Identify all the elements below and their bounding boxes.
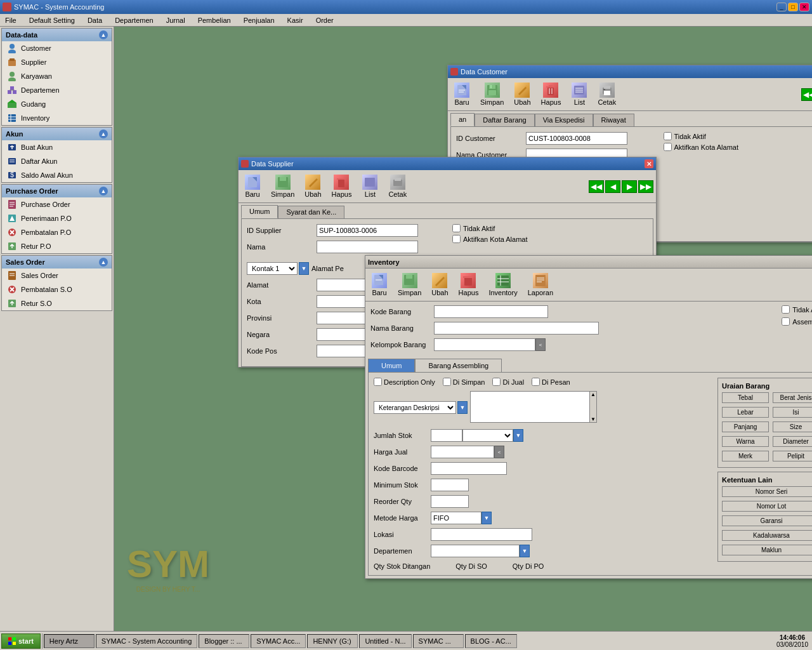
customer-cetak-btn[interactable]: Cetak — [594, 81, 619, 108]
inv-jumlah-stok-input[interactable] — [431, 429, 462, 442]
customer-baru-btn[interactable]: Baru — [450, 81, 473, 108]
supplier-kode-pos-input[interactable] — [317, 345, 367, 357]
start-button[interactable]: start — [1, 633, 41, 649]
inv-keterangan-select[interactable]: Keterangan Deskripsi — [374, 401, 456, 414]
taskbar-item-symac[interactable]: SYMAC - System Accounting — [96, 634, 197, 648]
sidebar-item-daftar-akun[interactable]: Daftar Akun — [2, 154, 112, 168]
inv-lebar-btn[interactable]: Lebar — [722, 407, 769, 418]
sidebar-item-pembatalan-so[interactable]: Pembatalan S.O — [2, 282, 112, 296]
inv-ubah-btn[interactable]: Ubah — [428, 271, 451, 298]
sidebar-header-so[interactable]: Sales Order ▲ — [2, 256, 112, 269]
sidebar-item-karyawan[interactable]: Karyawan — [2, 69, 112, 83]
sidebar-item-penerimaan[interactable]: Penerimaan P.O — [2, 211, 112, 225]
inv-keterangan-textarea[interactable] — [470, 391, 597, 423]
taskbar-item-henny[interactable]: HENNY (G:) — [307, 634, 358, 648]
sidebar-item-pembatalan-po[interactable]: Pembatalan P.O — [2, 225, 112, 239]
inv-dept-arrow[interactable]: ▼ — [520, 545, 530, 557]
supplier-baru-btn[interactable]: Baru — [241, 173, 264, 200]
supplier-cetak-btn[interactable]: Cetak — [385, 173, 410, 200]
inv-isi-btn[interactable]: Isi — [773, 407, 813, 418]
menu-kasir[interactable]: Kasir — [285, 15, 306, 25]
inv-di-simpan-check[interactable] — [443, 378, 451, 386]
inv-tidak-aktif-check[interactable] — [782, 305, 790, 314]
customer-tab-0[interactable]: an — [450, 113, 475, 126]
customer-list-btn[interactable]: List — [568, 81, 591, 108]
sidebar-header-akun[interactable]: Akun ▲ — [2, 128, 112, 140]
sidebar-item-retur-so[interactable]: Retur S.O — [2, 296, 112, 310]
inv-tebal-btn[interactable]: Tebal — [722, 392, 769, 403]
inv-simpan-btn[interactable]: Simpan — [395, 271, 424, 298]
inv-reorder-input[interactable] — [431, 495, 469, 508]
inv-metode-input[interactable] — [431, 512, 481, 524]
keterangan-scroll-up[interactable]: ▲ — [591, 392, 596, 397]
taskbar-item-blogger[interactable]: Blogger :: ... — [199, 634, 249, 648]
customer-nav-first[interactable]: ◀◀ — [801, 88, 812, 101]
sidebar-item-departemen[interactable]: Departemen — [2, 83, 112, 97]
menu-departemen[interactable]: Departemen — [112, 15, 156, 25]
inv-baru-btn[interactable]: Baru — [368, 271, 391, 298]
inv-min-stok-input[interactable] — [431, 479, 469, 491]
customer-simpan-btn[interactable]: Simpan — [477, 81, 507, 108]
inv-description-only-check[interactable] — [374, 378, 382, 386]
supplier-nav-prev[interactable]: ◀ — [605, 180, 620, 193]
inv-tab-umum[interactable]: Umum — [368, 359, 415, 372]
customer-tab-riwayat[interactable]: Riwayat — [593, 114, 634, 126]
inv-nomor-seri-btn[interactable]: Nomor Seri — [722, 486, 812, 497]
inv-pelipit-btn[interactable]: Pelipit — [773, 451, 813, 461]
inv-kadaluwarsa-btn[interactable]: Kadaluwarsa — [722, 530, 812, 541]
supplier-hapus-btn[interactable]: Hapus — [329, 173, 355, 200]
customer-ubah-btn[interactable]: Ubah — [511, 81, 534, 108]
inv-harga-jual-input[interactable] — [431, 446, 494, 458]
supplier-tab-umum[interactable]: Umum — [241, 205, 278, 218]
sidebar-item-retur-po[interactable]: Retur P.O — [2, 239, 112, 253]
inv-garansi-btn[interactable]: Garansi — [722, 515, 812, 526]
customer-tidak-aktif-check[interactable] — [664, 132, 672, 140]
supplier-nav-next[interactable]: ▶ — [622, 180, 637, 193]
supplier-ubah-btn[interactable]: Ubah — [301, 173, 324, 200]
sidebar-item-inventory[interactable]: Inventory — [2, 111, 112, 125]
inv-tab-assembling[interactable]: Barang Assembling — [415, 359, 502, 372]
minimize-btn[interactable]: _ — [776, 3, 787, 11]
inv-hapus-btn[interactable]: Hapus — [455, 271, 482, 298]
taskbar-item-hery[interactable]: Hery Artz — [44, 634, 95, 648]
sidebar-item-buat-akun[interactable]: Buat Akun — [2, 140, 112, 154]
menu-penjualan[interactable]: Penjualan — [241, 15, 277, 25]
supplier-nav-first[interactable]: ◀◀ — [589, 180, 604, 193]
inv-stok-unit-arrow[interactable]: ▼ — [513, 429, 523, 442]
inv-di-jual-check[interactable] — [492, 378, 501, 386]
supplier-kontak-select[interactable]: Kontak 1 — [247, 262, 298, 275]
close-btn[interactable]: ✕ — [799, 3, 809, 11]
inv-metode-arrow[interactable]: ▼ — [481, 512, 492, 524]
inv-assembling-check[interactable] — [782, 317, 790, 326]
kontak-arrow[interactable]: ▼ — [299, 262, 309, 275]
menu-jurnal[interactable]: Jurnal — [164, 15, 188, 25]
supplier-close-btn[interactable]: ✕ — [645, 159, 653, 168]
inv-di-pesan-check[interactable] — [532, 378, 540, 386]
customer-tab-ekspedisi[interactable]: Via Ekspedisi — [535, 114, 593, 126]
inv-kelompok-input[interactable] — [434, 338, 535, 351]
supplier-id-input[interactable] — [317, 224, 418, 237]
sidebar-item-saldo-awal[interactable]: $ Saldo Awal Akun — [2, 168, 112, 182]
supplier-nav-last[interactable]: ▶▶ — [638, 180, 653, 193]
supplier-tab-syarat[interactable]: Syarat dan Ke... — [278, 206, 344, 218]
inv-jumlah-stok-unit[interactable] — [462, 429, 513, 442]
sidebar-item-po[interactable]: Purchase Order — [2, 197, 112, 211]
supplier-list-btn[interactable]: List — [358, 173, 381, 200]
maximize-btn[interactable]: □ — [788, 3, 798, 11]
inv-warna-btn[interactable]: Warna — [722, 436, 769, 447]
sidebar-header-po[interactable]: Purchase Order ▲ — [2, 185, 112, 197]
inv-kelompok-btn[interactable]: < — [535, 338, 546, 351]
menu-pembelian[interactable]: Pembelian — [195, 15, 233, 25]
customer-aktifkan-kota-check[interactable] — [664, 143, 672, 151]
inv-nomor-lot-btn[interactable]: Nomor Lot — [722, 501, 812, 512]
inv-keterangan-arrow[interactable]: ▼ — [457, 401, 468, 414]
inv-departemen-input[interactable] — [431, 545, 520, 557]
inv-inventory-btn[interactable]: Inventory — [485, 271, 520, 298]
customer-id-input[interactable] — [526, 132, 627, 145]
customer-hapus-btn[interactable]: Hapus — [538, 81, 565, 108]
inv-size-btn[interactable]: Size — [773, 421, 813, 432]
inv-berat-jenis-btn[interactable]: Berat Jenis — [773, 392, 813, 403]
inv-merk-btn[interactable]: Merk — [722, 451, 769, 461]
sidebar-item-customer[interactable]: Customer — [2, 41, 112, 55]
inv-nama-input[interactable] — [434, 322, 599, 335]
